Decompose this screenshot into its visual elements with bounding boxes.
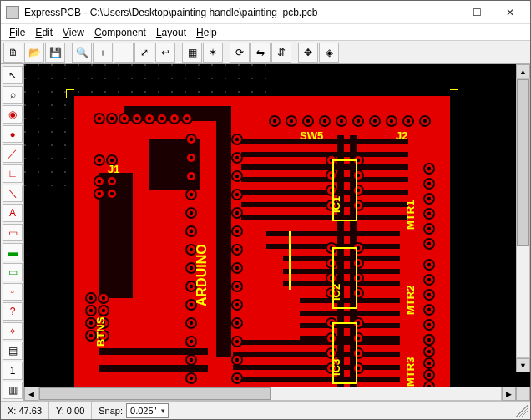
zoom-fit-icon[interactable]: ⤢ (134, 43, 154, 63)
grid-icon[interactable]: ▦ (182, 43, 202, 63)
zoom-out-icon[interactable]: － (114, 43, 134, 63)
svg-point-207 (427, 263, 431, 266)
svg-point-192 (427, 182, 431, 185)
horizontal-scrollbar[interactable]: ◀ ▶ (24, 387, 530, 401)
status-y: Y: 0.00 (49, 402, 92, 419)
mirror-h-icon[interactable]: ⇋ (250, 43, 271, 63)
zoom-prev-icon[interactable]: ↩ (155, 43, 175, 63)
svg-point-135 (235, 248, 239, 251)
zoom-tool-icon[interactable]: ⌕ (3, 86, 23, 104)
outline-tool-icon[interactable]: ▭ (3, 263, 23, 281)
svg-point-147 (235, 321, 239, 325)
scroll-right-icon[interactable]: ▶ (502, 387, 516, 401)
svg-point-72 (110, 192, 114, 195)
net-tool-icon[interactable]: ✧ (3, 322, 23, 341)
svg-point-171 (340, 119, 343, 123)
resize-grip-icon[interactable] (515, 404, 528, 417)
svg-rect-6 (149, 139, 200, 190)
silk-j2: J2 (396, 129, 407, 142)
svg-point-249 (89, 309, 93, 312)
v-scroll-thumb[interactable] (517, 79, 529, 246)
menu-file[interactable]: File (4, 26, 30, 39)
svg-point-123 (235, 175, 239, 178)
content: ↖⌕◉●／∟＼A▭▬▭▫?✧▤1▥ (1, 64, 530, 401)
trace-tool-icon[interactable]: ／ (3, 144, 23, 163)
h-scroll-thumb[interactable] (39, 387, 271, 400)
menu-view[interactable]: View (58, 26, 89, 39)
svg-point-210 (427, 278, 431, 281)
maximize-button[interactable]: ☐ (460, 3, 493, 23)
app-icon (6, 6, 19, 19)
layer-top-icon[interactable]: ▤ (3, 342, 23, 360)
menu-component[interactable]: Component (89, 26, 151, 39)
silk-mtr1: MTR1 (404, 200, 417, 230)
svg-point-75 (190, 138, 193, 141)
svg-point-243 (89, 296, 93, 300)
corner-tool-icon[interactable]: ∟ (3, 164, 23, 183)
svg-point-138 (235, 266, 239, 270)
layer-bottom-icon[interactable]: ▥ (3, 382, 23, 400)
silk-ic1: IC1 (330, 196, 342, 213)
svg-point-45 (148, 117, 151, 120)
pointer-tool-icon[interactable]: ↖ (3, 66, 23, 84)
center-icon[interactable]: ◈ (319, 43, 339, 63)
rotate-icon[interactable]: ⟳ (230, 43, 250, 63)
layer-silk-icon[interactable]: 1 (3, 362, 23, 380)
svg-point-144 (235, 303, 239, 306)
svg-point-228 (427, 350, 431, 353)
menu-layout[interactable]: Layout (151, 26, 191, 39)
svg-point-96 (190, 266, 193, 270)
svg-point-132 (235, 230, 239, 233)
scroll-left-icon[interactable]: ◀ (24, 387, 38, 401)
line-tool-icon[interactable]: ＼ (3, 185, 23, 203)
svg-rect-12 (241, 202, 408, 207)
svg-rect-13 (241, 215, 408, 220)
new-icon[interactable]: 🗎 (3, 43, 23, 63)
tool-palette: ↖⌕◉●／∟＼A▭▬▭▫?✧▤1▥ (1, 64, 24, 401)
svg-rect-4 (216, 106, 231, 357)
svg-point-153 (235, 358, 239, 362)
snap-icon[interactable]: ✶ (203, 43, 223, 63)
highlight-tool-icon[interactable]: ▫ (3, 283, 23, 301)
scroll-up-icon[interactable]: ▲ (516, 64, 530, 78)
svg-point-63 (98, 180, 101, 183)
svg-point-93 (190, 248, 193, 251)
component-tool-icon[interactable]: ◉ (3, 105, 23, 124)
pad-tool-icon[interactable]: ● (3, 125, 23, 144)
scroll-down-icon[interactable]: ▼ (516, 358, 530, 372)
silk-arduino: ARDUINO (195, 244, 209, 306)
info-tool-icon[interactable]: ? (3, 302, 23, 321)
vertical-scrollbar[interactable]: ▲ ▼ (516, 64, 530, 372)
svg-point-183 (407, 119, 410, 123)
silk-btns: BTNS (94, 316, 107, 347)
mirror-v-icon[interactable]: ⇵ (271, 43, 291, 63)
svg-point-255 (89, 321, 93, 325)
svg-point-90 (190, 230, 193, 233)
svg-point-39 (123, 117, 126, 120)
open-icon[interactable]: 📂 (24, 43, 44, 63)
zoom-in-icon[interactable]: ＋ (93, 43, 113, 63)
close-button[interactable]: ✕ (493, 3, 527, 23)
svg-rect-23 (233, 340, 400, 345)
svg-rect-26 (233, 377, 400, 382)
save-icon[interactable]: 💾 (45, 43, 65, 63)
svg-point-177 (373, 119, 377, 123)
minimize-button[interactable]: ─ (427, 3, 460, 23)
text-tool-icon[interactable]: A (3, 204, 23, 222)
svg-point-252 (102, 309, 105, 312)
snap-select[interactable]: 0.025" (126, 403, 169, 418)
fill-tool-icon[interactable]: ▬ (3, 243, 23, 261)
svg-rect-24 (233, 352, 400, 357)
svg-rect-9 (241, 164, 408, 170)
move-icon[interactable]: ✥ (298, 43, 318, 63)
rect-tool-icon[interactable]: ▭ (3, 224, 23, 242)
svg-point-189 (427, 167, 431, 170)
svg-point-84 (190, 193, 193, 196)
pcb-board: J1 J2 SW5 IC1 IC2 IC3 MTR1 MTR2 MTR3 ARD… (66, 89, 458, 387)
statusbar: X: 47.63 Y: 0.00 Snap: 0.025" (1, 401, 530, 419)
app-window: ExpressPCB - C:\Users\Desktop\painting h… (0, 0, 531, 420)
canvas[interactable]: J1 J2 SW5 IC1 IC2 IC3 MTR1 MTR2 MTR3 ARD… (24, 64, 530, 387)
menu-help[interactable]: Help (191, 26, 222, 39)
zoom-window-icon[interactable]: 🔍 (72, 43, 92, 63)
menu-edit[interactable]: Edit (30, 26, 58, 39)
